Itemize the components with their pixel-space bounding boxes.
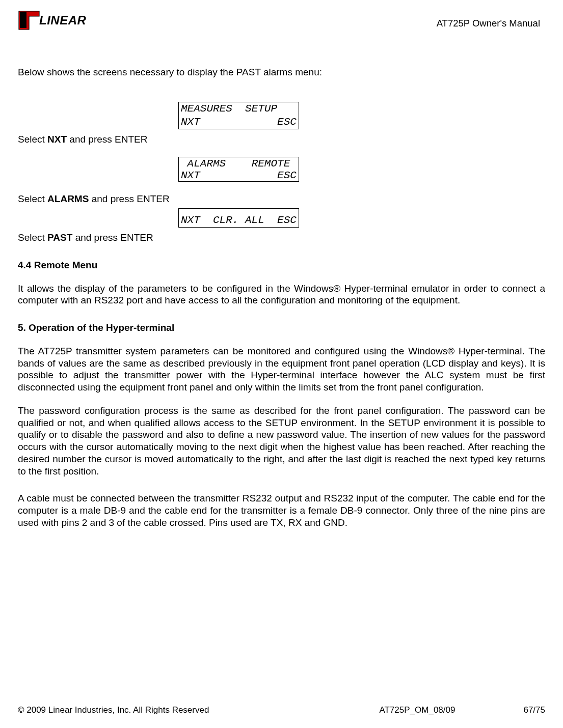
svg-rect-0 xyxy=(20,12,26,28)
section-4-4-paragraph: It allows the display of the parameters … xyxy=(18,283,545,307)
lcd-screen-3: NXT CLR. ALL ESC xyxy=(178,208,299,228)
footer-doc-id: AT725P_OM_08/09 xyxy=(379,705,455,715)
lcd-screen-1: MEASURES SETUP NXT ESC xyxy=(178,102,299,130)
lcd-line: NXT ESC xyxy=(181,170,297,181)
footer-page-number: 67/75 xyxy=(523,705,545,715)
section-5-paragraph-2: The password configuration process is th… xyxy=(18,405,545,478)
lcd-line: MEASURES SETUP xyxy=(181,103,277,115)
page-footer: © 2009 Linear Industries, Inc. All Right… xyxy=(18,705,545,715)
section-5-paragraph-1: The AT725P transmitter system parameters… xyxy=(18,345,545,394)
section-heading-4-4: 4.4 Remote Menu xyxy=(18,259,545,271)
section-heading-5: 5. Operation of the Hyper-terminal xyxy=(18,322,545,334)
lcd-line: NXT ESC xyxy=(181,116,297,128)
step-1: Select NXT and press ENTER xyxy=(18,133,545,146)
lcd-line: NXT CLR. ALL ESC xyxy=(181,214,297,226)
step-2: Select ALARMS and press ENTER xyxy=(18,193,545,205)
page: LINEAR AT725P Owner's Manual Below shows… xyxy=(0,0,563,728)
page-header: LINEAR AT725P Owner's Manual xyxy=(18,10,545,31)
lcd-screen-2: ALARMS REMOTE NXT ESC xyxy=(178,157,299,182)
linear-logo-icon xyxy=(18,10,40,31)
document-body: Below shows the screens necessary to dis… xyxy=(18,66,545,529)
lcd-line: ALARMS REMOTE xyxy=(187,158,290,170)
footer-copyright: © 2009 Linear Industries, Inc. All Right… xyxy=(18,705,209,715)
step-3: Select PAST and press ENTER xyxy=(18,232,545,244)
intro-paragraph: Below shows the screens necessary to dis… xyxy=(18,66,545,78)
document-title: AT725P Owner's Manual xyxy=(437,10,545,29)
section-5-paragraph-3: A cable must be connected between the tr… xyxy=(18,492,545,528)
brand-name: LINEAR xyxy=(39,13,86,27)
brand-logo: LINEAR xyxy=(18,10,86,31)
